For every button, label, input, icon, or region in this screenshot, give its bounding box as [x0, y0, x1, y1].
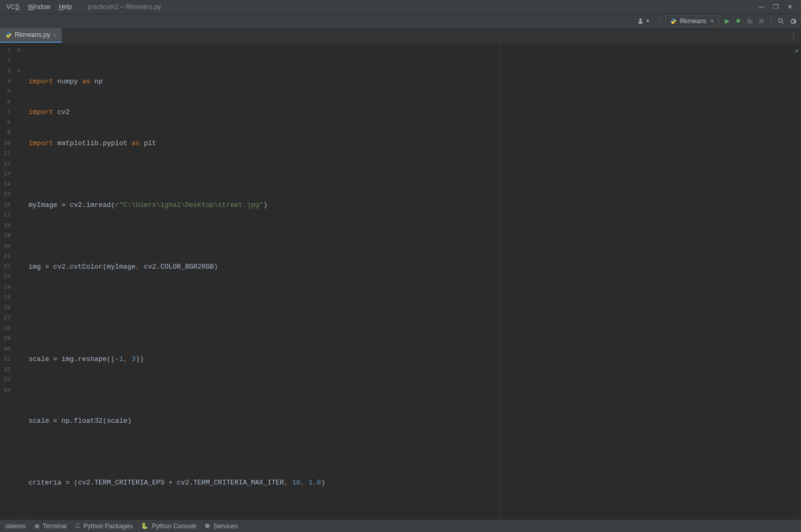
window-controls: — ❐ ✕: [758, 3, 798, 11]
editor-workspace: 1234567891011121314151617181920212223242…: [0, 43, 801, 519]
fold-gutter: ⊖⊖: [14, 43, 24, 519]
error-marker-bar[interactable]: ✔: [794, 43, 801, 519]
run-with-coverage-button[interactable]: [746, 17, 754, 25]
svg-rect-0: [759, 19, 764, 23]
services-icon: ⬣: [205, 522, 210, 529]
code-area[interactable]: import numpy as np import cv2 import mat…: [24, 43, 794, 519]
close-button[interactable]: ✕: [787, 3, 793, 11]
python-packages-tool[interactable]: ☲Python Packages: [75, 522, 133, 530]
search-everywhere-button[interactable]: [777, 17, 785, 25]
editor-tabs: Rkmeans.py × ⋮: [0, 28, 801, 43]
toolbar: ▼ Rkmeans ▼: [0, 14, 801, 28]
stop-button[interactable]: [757, 17, 766, 25]
line-number-gutter: 1234567891011121314151617181920212223242…: [0, 43, 14, 519]
code-editor[interactable]: 1234567891011121314151617181920212223242…: [0, 43, 801, 519]
python-icon: [670, 18, 676, 24]
python-file-icon: [5, 32, 12, 38]
menu-window[interactable]: Window: [25, 2, 54, 12]
svg-point-1: [778, 18, 782, 22]
tab-close-button[interactable]: ×: [53, 32, 56, 38]
menubar: VCS Window Help practicum2 – Rkmeans.py …: [0, 0, 801, 14]
svg-line-2: [781, 22, 783, 23]
run-config-name: Rkmeans: [680, 17, 706, 25]
debug-button[interactable]: [734, 17, 742, 25]
analysis-ok-icon: ✔: [795, 46, 799, 57]
terminal-icon: ▣: [34, 522, 40, 529]
settings-button[interactable]: [788, 17, 797, 25]
run-configuration-selector[interactable]: Rkmeans ▼: [665, 15, 719, 27]
python-console-tool[interactable]: 🐍Python Console: [141, 522, 196, 530]
services-tool[interactable]: ⬣Services: [205, 522, 238, 530]
bottom-toolbar: oblems ▣Terminal ☲Python Packages 🐍Pytho…: [0, 519, 801, 532]
run-button[interactable]: [722, 17, 731, 25]
python-icon: 🐍: [141, 522, 148, 529]
tab-options-button[interactable]: ⋮: [790, 32, 797, 40]
code-with-me-button[interactable]: ▼: [637, 17, 650, 25]
terminal-tool[interactable]: ▣Terminal: [34, 522, 67, 530]
problems-tool[interactable]: oblems: [5, 522, 26, 530]
packages-icon: ☲: [75, 522, 80, 529]
minimize-button[interactable]: —: [758, 3, 765, 11]
tab-rkmeans[interactable]: Rkmeans.py ×: [0, 28, 62, 43]
tab-label: Rkmeans.py: [15, 31, 50, 39]
menu-vcs[interactable]: VCS: [3, 2, 23, 12]
window-title: practicum2 – Rkmeans.py: [88, 3, 161, 11]
print-margin: [500, 43, 500, 519]
menu-help[interactable]: Help: [55, 2, 75, 12]
maximize-button[interactable]: ❐: [773, 3, 779, 11]
